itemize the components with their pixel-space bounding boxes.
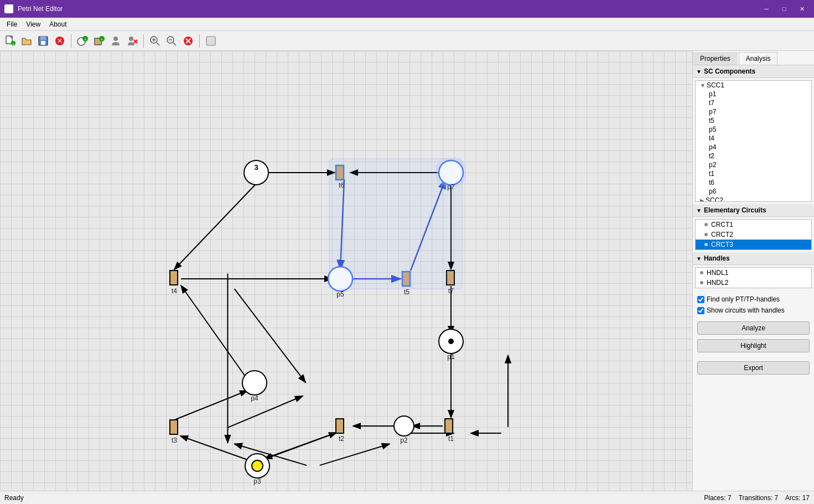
highlight-button[interactable]: Highlight	[697, 339, 810, 352]
tab-properties[interactable]: Properties	[693, 52, 738, 65]
menu-about[interactable]: About	[45, 19, 71, 29]
svg-point-14	[113, 37, 118, 41]
transitions-count: Transitions: 7	[739, 494, 779, 502]
misc-button[interactable]	[203, 33, 219, 49]
open-button[interactable]	[19, 33, 34, 49]
svg-rect-4	[40, 37, 46, 40]
statusbar: Ready Places: 7 Transitions: 7 Arcs: 17	[0, 491, 814, 504]
crct3-item[interactable]: CRCT3	[696, 240, 811, 250]
scc1-expand-icon: ▼	[700, 82, 706, 89]
handles-label: Handles	[704, 254, 730, 262]
zoom-out-button[interactable]	[164, 33, 179, 49]
scc1-p7: p7	[709, 108, 716, 116]
sc-components-tree: ▼ SCC1 p1 t7 p7 t5 p5	[695, 80, 812, 202]
sc-components-label: SC Components	[704, 67, 755, 75]
ec-label: Elementary Circuits	[704, 206, 766, 214]
handles-header[interactable]: ▼ Handles	[693, 252, 814, 265]
crct1-item[interactable]: CRCT1	[696, 220, 811, 230]
svg-line-23	[173, 43, 176, 45]
tree-scc1-p6[interactable]: p6	[696, 187, 811, 196]
hndl1-item[interactable]: HNDL1	[696, 268, 811, 278]
svg-text:+: +	[84, 37, 87, 41]
crct2-label: CRCT2	[711, 231, 733, 238]
scc1-p2: p2	[709, 161, 716, 169]
svg-text:✕: ✕	[57, 37, 63, 45]
find-pt-tp-row: Find only PT/TP-handles	[693, 294, 814, 305]
svg-text:+: +	[101, 37, 103, 41]
zoom-in-button[interactable]	[147, 33, 163, 49]
maximize-button[interactable]: □	[776, 3, 792, 14]
crct2-dot	[704, 233, 708, 236]
tree-scc1-p4[interactable]: p4	[696, 143, 811, 152]
close-button[interactable]: ✕	[794, 3, 810, 14]
tree-scc1-t6[interactable]: t6	[696, 178, 811, 187]
tab-analysis[interactable]: Analysis	[739, 52, 778, 65]
menu-file[interactable]: File	[2, 19, 22, 29]
grid-background	[0, 51, 692, 491]
tree-scc1[interactable]: ▼ SCC1	[696, 81, 811, 90]
svg-rect-5	[41, 41, 45, 45]
find-pt-tp-checkbox[interactable]	[697, 296, 704, 303]
scc1-p5: p5	[709, 126, 716, 133]
crct2-item[interactable]: CRCT2	[696, 230, 811, 240]
handles-arrow: ▼	[696, 256, 702, 262]
show-circuits-checkbox[interactable]	[697, 307, 704, 314]
ec-arrow: ▼	[696, 207, 702, 214]
new-button[interactable]: +	[2, 33, 18, 49]
hndl2-dot	[700, 281, 703, 284]
scc2-label: SCC2	[706, 196, 723, 202]
delete-red-button[interactable]: ✕	[52, 33, 68, 49]
crct3-dot	[704, 243, 708, 246]
tree-scc1-t5[interactable]: t5	[696, 116, 811, 125]
tree-scc1-p1[interactable]: p1	[696, 90, 811, 98]
show-circuits-label: Show circuits with handles	[707, 306, 785, 314]
svg-rect-28	[206, 37, 215, 45]
add-transition-button[interactable]: +	[91, 33, 107, 49]
scc1-t7: t7	[709, 99, 714, 107]
sc-components-header[interactable]: ▼ SC Components	[693, 65, 814, 78]
minimize-button[interactable]: ─	[759, 3, 774, 14]
add-place-button[interactable]: +	[75, 33, 90, 49]
crct1-label: CRCT1	[711, 221, 733, 228]
handles-list: HNDL1 HNDL2	[695, 267, 812, 288]
scc1-p1: p1	[709, 90, 716, 98]
status-stats: Places: 7 Transitions: 7 Arcs: 17	[704, 494, 810, 502]
hndl1-label: HNDL1	[707, 269, 728, 277]
tree-scc1-t7[interactable]: t7	[696, 98, 811, 107]
find-pt-tp-label: Find only PT/TP-handles	[707, 295, 780, 303]
tree-scc1-p7[interactable]: p7	[696, 107, 811, 116]
scc1-label: SCC1	[707, 81, 724, 89]
person-delete-button[interactable]	[125, 33, 140, 49]
cancel-button[interactable]	[180, 33, 196, 49]
tree-scc1-p2[interactable]: p2	[696, 160, 811, 169]
menu-view[interactable]: View	[22, 19, 45, 29]
hndl2-label: HNDL2	[707, 279, 728, 287]
scc1-t4: t4	[709, 134, 714, 142]
circuits-list: CRCT1 CRCT2 CRCT3	[695, 219, 812, 250]
toolbar-separator-2	[143, 34, 144, 48]
menubar: File View About	[0, 18, 814, 31]
scc1-t5: t5	[709, 117, 714, 124]
tree-scc1-p5[interactable]: p5	[696, 125, 811, 134]
toolbar-separator-1	[71, 34, 71, 48]
panel-tabs: Properties Analysis	[693, 51, 814, 65]
canvas-area[interactable]: 3 p7 p5 p4 p1 p2 p3 t6	[0, 51, 692, 491]
arcs-count: Arcs: 17	[785, 494, 810, 502]
tree-scc1-t2[interactable]: t2	[696, 152, 811, 160]
hndl2-item[interactable]: HNDL2	[696, 278, 811, 288]
tree-scc1-t1[interactable]: t1	[696, 169, 811, 178]
scc1-p4: p4	[709, 143, 716, 151]
elementary-circuits-header[interactable]: ▼ Elementary Circuits	[693, 204, 814, 217]
sc-components-arrow: ▼	[696, 69, 702, 75]
tree-scc1-t4[interactable]: t4	[696, 134, 811, 143]
person-button[interactable]	[108, 33, 123, 49]
places-count: Places: 7	[704, 494, 731, 502]
titlebar: Petri Net Editor ─ □ ✕	[0, 0, 814, 18]
scc1-t6: t6	[709, 179, 714, 186]
show-circuits-row: Show circuits with handles	[693, 305, 814, 316]
save-button[interactable]	[35, 33, 51, 49]
export-button[interactable]: Export	[697, 361, 810, 375]
analyze-button[interactable]: Analyze	[697, 321, 810, 335]
scc2-expand-icon: ▶	[700, 198, 704, 202]
tree-scc2[interactable]: ▶ SCC2	[696, 196, 811, 202]
